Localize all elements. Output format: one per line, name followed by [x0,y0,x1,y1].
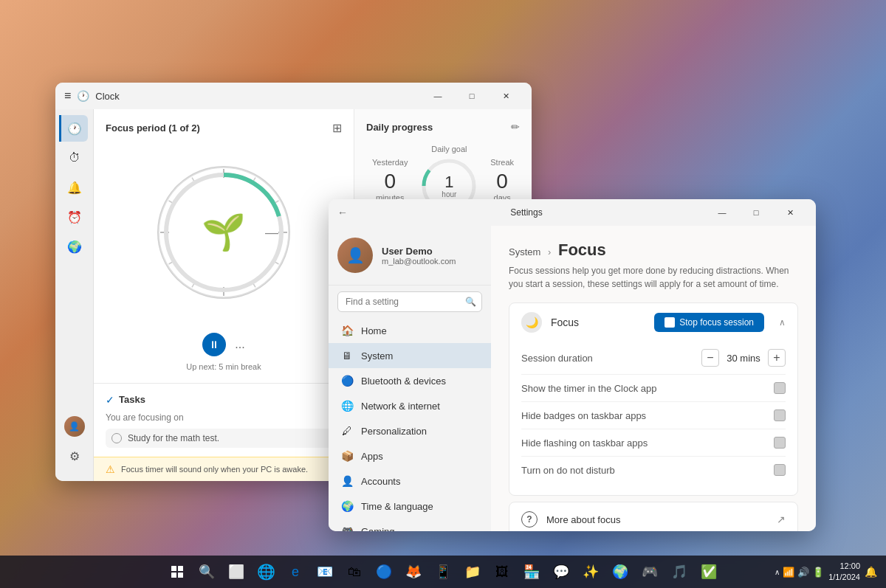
settings-title: Settings [348,207,705,218]
focus-period-icon[interactable]: ⊞ [332,121,342,135]
sidebar-item-stopwatch[interactable]: ⏱ [61,145,88,171]
nav-network-label: Network & internet [361,401,440,412]
settings-nav-gaming[interactable]: 🎮 Gaming [329,519,491,531]
taskbar-copilot-icon[interactable]: ✨ [577,558,604,585]
task-radio[interactable] [111,433,122,443]
daily-progress-title: Daily progress [366,122,433,133]
clock-maximize-button[interactable]: □ [455,83,489,109]
taskbar-store2-icon[interactable]: 🏪 [518,558,545,585]
settings-nav-home[interactable]: 🏠 Home [329,318,491,343]
sidebar-item-focus[interactable]: 🕐 [59,115,88,142]
clock-menu-icon[interactable]: ≡ [64,89,71,103]
daily-progress-edit-icon[interactable]: ✏ [511,121,520,133]
daily-goal-value: 1 [444,174,453,190]
taskbar-edge3-icon[interactable]: 🌍 [607,558,633,585]
network-icon: 🌐 [340,399,354,412]
nav-accounts-label: Accounts [361,476,400,487]
nav-time-label: Time & language [361,501,433,512]
clock-minimize-button[interactable]: — [421,83,455,109]
settings-maximize-button[interactable]: □ [739,199,773,226]
taskbar-teams-icon[interactable]: 💬 [548,558,574,585]
taskbar-up-arrow[interactable]: ∧ [775,568,780,576]
taskbar-photos-icon[interactable]: 🖼 [489,558,515,585]
taskbar-app1-icon[interactable]: 📱 [430,558,456,585]
sidebar-item-alarm[interactable]: 🔔 [61,174,88,201]
nav-apps-label: Apps [361,451,383,462]
settings-description: Focus sessions help you get more done by… [509,264,798,291]
session-duration-increase[interactable]: + [768,349,786,367]
clock-settings-icon[interactable]: ⚙ [61,443,88,469]
more-about-focus-link[interactable]: ? More about focus ↗ [509,502,798,531]
dnd-checkbox[interactable] [774,464,786,476]
clock-avatar[interactable]: 👤 [64,416,85,437]
taskbar: 🔍 ⬜ 🌐 e 📧 🛍 🔵 🦊 📱 📁 🖼 🏪 💬 ✨ 🌍 🎮 🎵 ✅ ∧ 📶 … [0,556,886,588]
more-about-question-icon: ? [521,511,538,528]
taskbar-notification-icon[interactable]: 🔔 [865,566,877,578]
settings-nav-accounts[interactable]: 👤 Accounts [329,468,491,494]
settings-sidebar: 👤 User Demo m_lab@outlook.com 🔍 🏠 Home 🖥… [329,226,491,531]
show-timer-label: Show the timer in the Clock app [521,383,774,394]
nav-personalization-label: Personalization [361,426,427,437]
session-duration-row: Session duration − 30 mins + [521,342,786,375]
taskbar-store-icon[interactable]: 🛍 [341,558,368,585]
settings-nav-apps[interactable]: 📦 Apps [329,443,491,468]
hide-badges-label: Hide badges on taskbar apps [521,410,774,421]
hide-flashing-checkbox[interactable] [774,437,786,449]
show-timer-checkbox[interactable] [774,382,786,394]
settings-back-icon[interactable]: ← [337,207,348,218]
taskbar-system-icons: ∧ 📶 🔊 🔋 [775,567,824,578]
stop-focus-session-button[interactable]: Stop focus session [654,313,764,332]
sidebar-item-worldclock[interactable]: 🌍 [61,233,88,260]
settings-nav-bluetooth[interactable]: 🔵 Bluetooth & devices [329,368,491,393]
taskbar-spotify-icon[interactable]: 🎵 [666,558,693,585]
info-icon: ⚠ [106,463,115,475]
taskbar-center: 🔍 ⬜ 🌐 e 📧 🛍 🔵 🦊 📱 📁 🖼 🏪 💬 ✨ 🌍 🎮 🎵 ✅ [164,558,722,585]
taskbar-search-button[interactable]: 🔍 [193,558,220,585]
taskbar-date-display: 1/1/2024 [828,572,860,583]
task-text: Study for the math test. [128,433,219,443]
taskbar-firefox-icon[interactable]: 🦊 [400,558,427,585]
settings-nav-system[interactable]: 🖥 System [329,343,491,368]
hide-flashing-label: Hide flashing on taskbar apps [521,437,774,449]
taskbar-xbox-icon[interactable]: 🎮 [636,558,663,585]
settings-search-input[interactable] [337,291,482,312]
clock-face: 🌱 — [157,166,290,299]
time-icon: 🌍 [340,499,354,513]
taskbar-edge-icon[interactable]: 🌐 [253,558,279,585]
stop-session-label: Stop focus session [679,317,754,328]
taskbar-volume-icon[interactable]: 🔊 [797,567,809,578]
hide-badges-checkbox[interactable] [774,409,786,421]
settings-nav-network[interactable]: 🌐 Network & internet [329,393,491,418]
stat-streak: Streak 0 days [490,158,514,202]
settings-avatar[interactable]: 👤 [337,238,373,273]
taskbar-chrome-icon[interactable]: 🔵 [371,558,397,585]
taskbar-todo-icon[interactable]: ✅ [696,558,722,585]
more-about-label: More about focus [546,514,777,525]
settings-minimize-button[interactable]: — [705,199,739,226]
settings-breadcrumb: System › Focus [509,241,798,260]
home-icon: 🏠 [340,324,354,337]
clock-pause-button[interactable]: ⏸ [202,333,226,356]
clock-app-icon: 🕐 [77,90,89,102]
settings-nav-time[interactable]: 🌍 Time & language [329,494,491,519]
taskbar-clock[interactable]: 12:00 1/1/2024 [828,561,860,584]
taskbar-edge2-icon[interactable]: e [282,558,309,585]
session-duration-value: 30 mins [725,353,762,364]
settings-close-button[interactable]: ✕ [773,199,807,226]
svg-rect-18 [178,566,183,571]
taskbar-mail-icon[interactable]: 📧 [312,558,338,585]
taskbar-start-button[interactable] [164,558,190,585]
clock-more-button[interactable]: ... [235,338,244,351]
session-duration-decrease[interactable]: − [701,349,719,367]
focus-chevron-icon[interactable]: ∧ [779,317,786,328]
stat-yesterday: Yesterday 0 minutes [372,158,408,202]
yesterday-label: Yesterday [372,158,408,167]
taskbar-network-icon[interactable]: 📶 [783,567,794,578]
settings-nav-personalization[interactable]: 🖊 Personalization [329,418,491,443]
taskbar-taskview-button[interactable]: ⬜ [223,558,250,585]
clock-close-button[interactable]: ✕ [489,83,523,109]
taskbar-files-icon[interactable]: 📁 [459,558,486,585]
nav-home-label: Home [361,325,387,336]
taskbar-battery-icon[interactable]: 🔋 [812,567,824,578]
sidebar-item-timer[interactable]: ⏰ [61,204,88,230]
